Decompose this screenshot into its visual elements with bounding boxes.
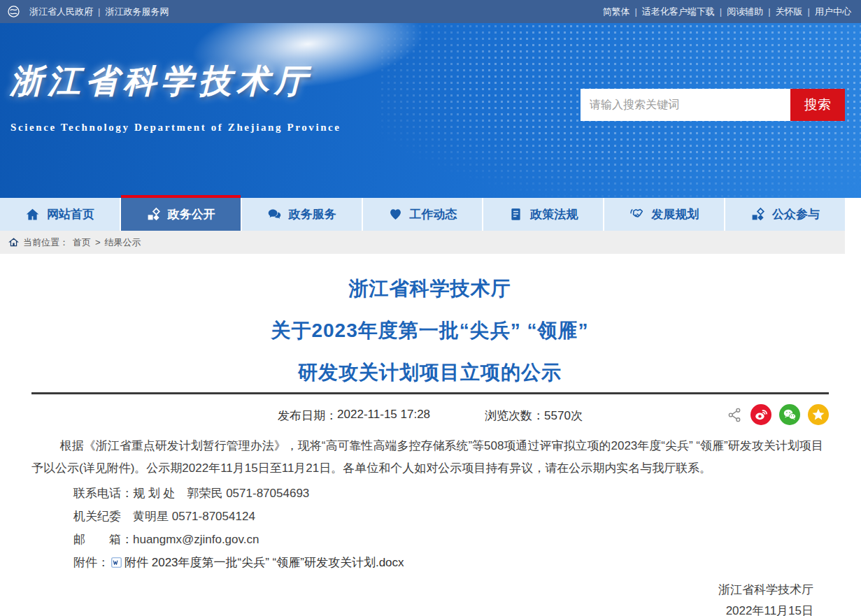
breadcrumb-home-icon xyxy=(8,237,19,248)
topbar-right: 简繁体 | 适老化客户端下载 | 阅读辅助 | 关怀版 | 用户中心 xyxy=(602,6,851,18)
qzone-share-button[interactable] xyxy=(808,404,829,425)
title-divider xyxy=(31,392,829,394)
topbar-link-service-portal[interactable]: 浙江政务服务网 xyxy=(105,6,169,18)
nav-label: 公众参与 xyxy=(772,206,820,222)
attachment-link[interactable]: 附件 2023年度第一批“尖兵” “领雁”研发攻关计划.docx xyxy=(124,551,404,574)
search-input[interactable] xyxy=(581,89,790,121)
topbar-separator: | xyxy=(720,6,722,17)
development-icon xyxy=(629,207,644,222)
view-count-value: 5570次 xyxy=(544,408,583,424)
wechat-share-button[interactable] xyxy=(779,404,800,425)
view-count: 浏览次数： 5570次 xyxy=(485,408,583,424)
topbar-left: 浙江省人民政府 | 浙江政务服务网 xyxy=(7,5,169,18)
site-title-cn: 浙江省科学技术厅 xyxy=(10,59,312,103)
article-signature: 浙江省科学技术厅 2022年11月15日 xyxy=(31,580,829,616)
attachment-label: 附件： xyxy=(73,551,109,574)
topbar-separator: | xyxy=(808,6,810,17)
publish-date-label: 发布日期： xyxy=(278,408,337,424)
breadcrumb-current: 结果公示 xyxy=(105,236,141,249)
topbar-link-reading-assist[interactable]: 阅读辅助 xyxy=(727,6,763,18)
nav-item-participation[interactable]: 公众参与 xyxy=(725,198,845,231)
signature-org: 浙江省科学技术厅 xyxy=(31,580,813,601)
topbar-link-elder-client-download[interactable]: 适老化客户端下载 xyxy=(642,6,715,18)
participation-icon xyxy=(750,207,765,222)
qzone-star-icon xyxy=(811,407,826,422)
article-body-paragraph: 根据《浙江省重点研发计划暂行管理办法》，现将“高可靠性高端多控存储系统”等508… xyxy=(31,435,829,480)
nav-label: 政务公开 xyxy=(168,206,215,222)
top-utility-bar: 浙江省人民政府 | 浙江政务服务网 简繁体 | 适老化客户端下载 | 阅读辅助 … xyxy=(0,0,861,23)
topbar-separator: | xyxy=(98,6,100,17)
nav-item-work-news[interactable]: 工作动态 xyxy=(363,198,483,231)
site-search: 搜索 xyxy=(581,89,845,121)
nav-label: 工作动态 xyxy=(410,206,457,222)
share-toolbar xyxy=(727,404,829,425)
search-button[interactable]: 搜索 xyxy=(790,89,845,121)
publish-date: 发布日期： 2022-11-15 17:28 xyxy=(278,408,430,424)
home-icon xyxy=(25,207,40,222)
contact-line-email: 邮 箱：huangmx@zjinfo.gov.cn xyxy=(73,528,828,551)
contact-line-discipline: 机关纪委 黄明星 0571-87054124 xyxy=(73,505,828,528)
breadcrumb-separator: > xyxy=(95,237,101,248)
breadcrumb-home-link[interactable]: 首页 xyxy=(73,236,91,249)
breadcrumb-label: 当前位置： xyxy=(23,236,69,249)
publish-date-value: 2022-11-15 17:28 xyxy=(337,408,430,424)
share-icon[interactable] xyxy=(727,407,743,423)
attachment-row: 附件： 附件 2023年度第一批“尖兵” “领雁”研发攻关计划.docx xyxy=(31,551,828,574)
main-navigation: 网站首页 政务公开 政务服务 工作动态 政策法规 xyxy=(0,198,845,231)
nav-label: 政策法规 xyxy=(530,206,578,222)
nav-label: 发展规划 xyxy=(651,206,699,222)
topbar-link-care-version[interactable]: 关怀版 xyxy=(776,6,803,18)
nav-item-gov-open[interactable]: 政务公开 xyxy=(121,198,241,231)
gov-logo-icon xyxy=(7,5,20,18)
topbar-separator: | xyxy=(768,6,770,17)
article-title-line-2: 关于2023年度第一批“尖兵” “领雁” xyxy=(31,321,828,341)
topbar-separator: | xyxy=(634,6,636,17)
contact-info: 联系电话：规 划 处 郭荣民 0571-87054693 机关纪委 黄明星 05… xyxy=(31,482,828,551)
work-news-icon xyxy=(388,207,403,222)
breadcrumb: 当前位置： 首页 > 结果公示 xyxy=(0,231,845,254)
view-count-label: 浏览次数： xyxy=(485,408,544,424)
gov-open-icon xyxy=(146,207,161,222)
wechat-icon xyxy=(782,407,797,422)
article: 浙江省科学技术厅 关于2023年度第一批“尖兵” “领雁” 研发攻关计划项目立项… xyxy=(0,254,845,616)
word-doc-icon xyxy=(111,557,122,568)
signature-date: 2022年11月15日 xyxy=(31,601,813,616)
topbar-link-simplified-traditional[interactable]: 简繁体 xyxy=(602,6,629,18)
topbar-link-user-center[interactable]: 用户中心 xyxy=(815,6,851,18)
article-title-line-1: 浙江省科学技术厅 xyxy=(31,279,828,299)
site-title-en: Science Technology Department of Zhejian… xyxy=(10,122,341,134)
policy-icon xyxy=(508,207,523,222)
contact-line-phone: 联系电话：规 划 处 郭荣民 0571-87054693 xyxy=(73,482,828,505)
article-title-line-3: 研发攻关计划项目立项的公示 xyxy=(31,363,828,382)
article-meta-row: 发布日期： 2022-11-15 17:28 浏览次数： 5570次 xyxy=(31,404,829,427)
header-banner: 浙江省科学技术厅 Science Technology Department o… xyxy=(0,23,861,198)
weibo-icon xyxy=(753,407,769,422)
nav-label: 政务服务 xyxy=(289,206,336,222)
nav-item-gov-service[interactable]: 政务服务 xyxy=(242,198,362,231)
weibo-share-button[interactable] xyxy=(750,404,771,425)
gov-service-icon xyxy=(267,207,282,222)
nav-item-policy[interactable]: 政策法规 xyxy=(483,198,603,231)
nav-label: 网站首页 xyxy=(47,206,94,222)
nav-item-development[interactable]: 发展规划 xyxy=(604,198,724,231)
topbar-link-gov-portal[interactable]: 浙江省人民政府 xyxy=(29,6,93,18)
nav-item-home[interactable]: 网站首页 xyxy=(0,198,120,231)
